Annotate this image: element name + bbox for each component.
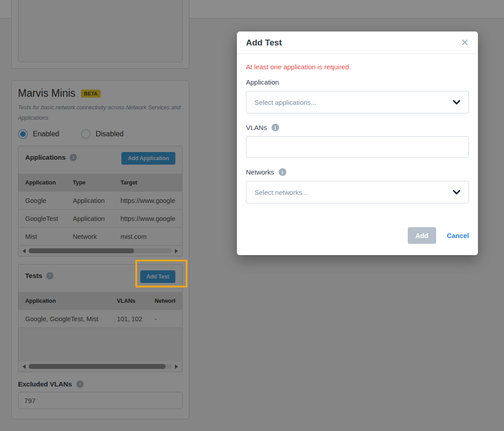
- close-icon[interactable]: ✕: [461, 38, 469, 48]
- applications-select[interactable]: Select applications...: [246, 91, 469, 113]
- chevron-down-icon: [453, 190, 460, 195]
- vlans-label: VLANs: [246, 124, 267, 131]
- error-message: At least one application is required.: [246, 63, 469, 71]
- networks-select[interactable]: Select networks...: [246, 181, 469, 203]
- application-label: Application: [246, 78, 279, 86]
- vlans-input[interactable]: [246, 136, 469, 158]
- networks-select-placeholder: Select networks...: [254, 189, 308, 196]
- cancel-button[interactable]: Cancel: [447, 232, 469, 239]
- modal-title: Add Test: [246, 38, 282, 48]
- info-icon[interactable]: i: [279, 168, 286, 176]
- screen: SLE DEMO Marvis Minis BETA Tests for bas…: [0, 0, 504, 431]
- applications-select-placeholder: Select applications...: [254, 99, 317, 106]
- chevron-down-icon: [453, 100, 460, 105]
- add-test-modal: Add Test ✕ At least one application is r…: [237, 31, 478, 255]
- info-icon[interactable]: i: [272, 124, 279, 131]
- add-button[interactable]: Add: [408, 227, 436, 244]
- annotation-highlight: [135, 260, 187, 287]
- networks-label: Networks: [246, 168, 274, 176]
